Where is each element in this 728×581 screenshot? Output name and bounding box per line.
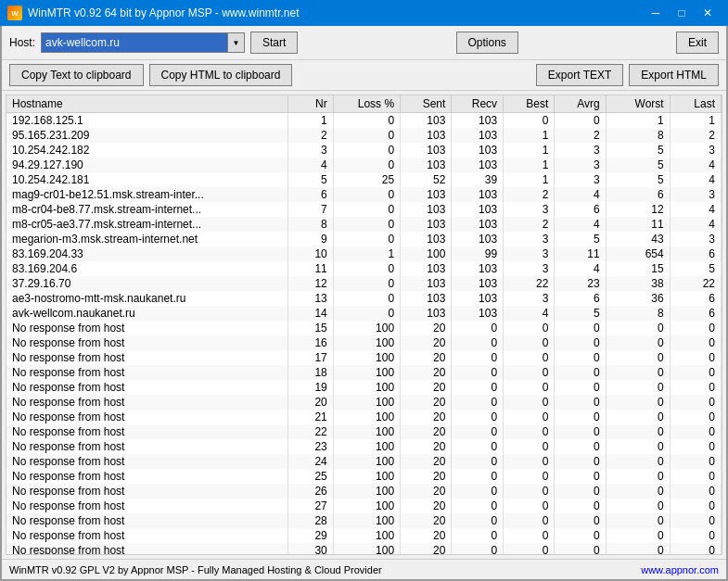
table-cell: No response from host <box>6 469 288 484</box>
table-row: No response from host281002000000 <box>6 513 722 528</box>
table-cell: 3 <box>555 143 606 158</box>
table-cell: 36 <box>606 291 670 306</box>
table-row: No response from host251002000000 <box>6 469 722 484</box>
exit-button[interactable]: Exit <box>676 32 719 54</box>
table-cell: 8 <box>606 128 670 143</box>
table-row: No response from host221002000000 <box>6 424 722 439</box>
table-cell: 0 <box>606 395 670 410</box>
table-cell: 0 <box>555 365 606 380</box>
table-cell: 0 <box>504 484 555 499</box>
table-cell: 0 <box>670 484 721 499</box>
table-cell: 20 <box>401 395 452 410</box>
data-table-container: Hostname Nr Loss % Sent Recv Best Avrg W… <box>6 95 722 555</box>
table-cell: 3 <box>504 261 555 276</box>
table-cell: 5 <box>606 143 670 158</box>
table-cell: No response from host <box>6 365 288 380</box>
table-cell: 1 <box>333 246 400 261</box>
table-cell: 100 <box>333 469 400 484</box>
table-cell: 0 <box>333 217 400 232</box>
table-cell: 0 <box>670 513 721 528</box>
table-cell: 100 <box>333 395 400 410</box>
table-cell: 15 <box>606 261 670 276</box>
table-cell: 0 <box>555 424 606 439</box>
table-cell: 0 <box>670 335 721 350</box>
export-html-button[interactable]: Export HTML <box>629 64 719 86</box>
table-cell: No response from host <box>6 350 288 365</box>
host-dropdown-button[interactable]: ▼ <box>227 33 244 52</box>
table-cell: 100 <box>333 321 400 335</box>
minimize-button[interactable]: ─ <box>643 4 669 22</box>
table-cell: 0 <box>555 469 606 484</box>
table-cell: 0 <box>555 439 606 454</box>
table-cell: 0 <box>555 454 606 469</box>
table-cell: 0 <box>670 439 721 454</box>
table-cell: 15 <box>288 321 333 335</box>
table-cell: 3 <box>555 172 606 187</box>
table-cell: 39 <box>452 172 504 187</box>
close-button[interactable]: ✕ <box>695 4 721 22</box>
options-button[interactable]: Options <box>456 32 518 54</box>
title-bar-left: W WinMTR v0.92 64 bit by Appnor MSP - ww… <box>7 6 300 20</box>
table-cell: 9 <box>288 232 333 246</box>
table-cell: 103 <box>452 261 504 276</box>
table-cell: 0 <box>333 291 400 306</box>
copy-text-button[interactable]: Copy Text to clipboard <box>9 64 144 86</box>
start-button[interactable]: Start <box>250 32 298 54</box>
table-cell: 100 <box>333 380 400 395</box>
table-cell: 0 <box>504 439 555 454</box>
table-cell: 14 <box>288 306 333 321</box>
table-cell: 103 <box>452 143 504 158</box>
table-cell: 20 <box>401 543 452 555</box>
host-input[interactable] <box>42 33 227 52</box>
table-cell: No response from host <box>6 484 288 499</box>
table-cell: 103 <box>401 202 452 217</box>
table-cell: 5 <box>555 232 606 246</box>
col-header-nr: Nr <box>288 95 333 113</box>
table-row: No response from host211002000000 <box>6 410 722 424</box>
export-text-button[interactable]: Export TEXT <box>536 64 623 86</box>
table-cell: 192.168.125.1 <box>6 113 288 129</box>
table-cell: 103 <box>452 276 504 291</box>
table-cell: 0 <box>333 276 400 291</box>
table-cell: No response from host <box>6 395 288 410</box>
table-cell: 0 <box>670 424 721 439</box>
table-cell: 30 <box>288 543 333 555</box>
table-cell: 23 <box>555 276 606 291</box>
table-cell: 103 <box>401 306 452 321</box>
maximize-button[interactable]: □ <box>669 4 695 22</box>
table-cell: 0 <box>333 128 400 143</box>
table-cell: 0 <box>452 528 504 543</box>
table-cell: 100 <box>333 410 400 424</box>
table-cell: 0 <box>504 469 555 484</box>
table-cell: 103 <box>401 217 452 232</box>
status-text: WinMTR v0.92 GPL V2 by Appnor MSP - Full… <box>9 564 382 575</box>
table-cell: 0 <box>670 528 721 543</box>
table-row: 10.254.242.182301031031353 <box>6 143 722 158</box>
table-cell: 20 <box>401 424 452 439</box>
table-cell: 0 <box>606 335 670 350</box>
table-cell: 95.165.231.209 <box>6 128 288 143</box>
table-cell: 4 <box>670 158 721 172</box>
table-cell: 7 <box>288 202 333 217</box>
table-cell: 23 <box>288 439 333 454</box>
table-cell: 100 <box>333 424 400 439</box>
table-row: 83.169.204.611010310334155 <box>6 261 722 276</box>
table-cell: 0 <box>452 543 504 555</box>
table-row: 95.165.231.209201031031282 <box>6 128 722 143</box>
table-cell: No response from host <box>6 543 288 555</box>
table-cell: 103 <box>401 187 452 202</box>
table-cell: 0 <box>504 543 555 555</box>
table-cell: No response from host <box>6 410 288 424</box>
table-cell: 103 <box>452 187 504 202</box>
table-cell: 100 <box>333 543 400 555</box>
copy-html-button[interactable]: Copy HTML to clipboard <box>149 64 293 86</box>
table-cell: 0 <box>333 232 400 246</box>
table-cell: 20 <box>401 410 452 424</box>
table-cell: 103 <box>452 128 504 143</box>
table-cell: 6 <box>555 291 606 306</box>
table-cell: 20 <box>401 484 452 499</box>
table-cell: 3 <box>504 202 555 217</box>
appnor-link[interactable]: www.appnor.com <box>641 564 719 575</box>
host-input-wrapper: ▼ <box>41 32 245 53</box>
main-window: Host: ▼ Start Options Exit Copy Text to … <box>0 26 728 581</box>
